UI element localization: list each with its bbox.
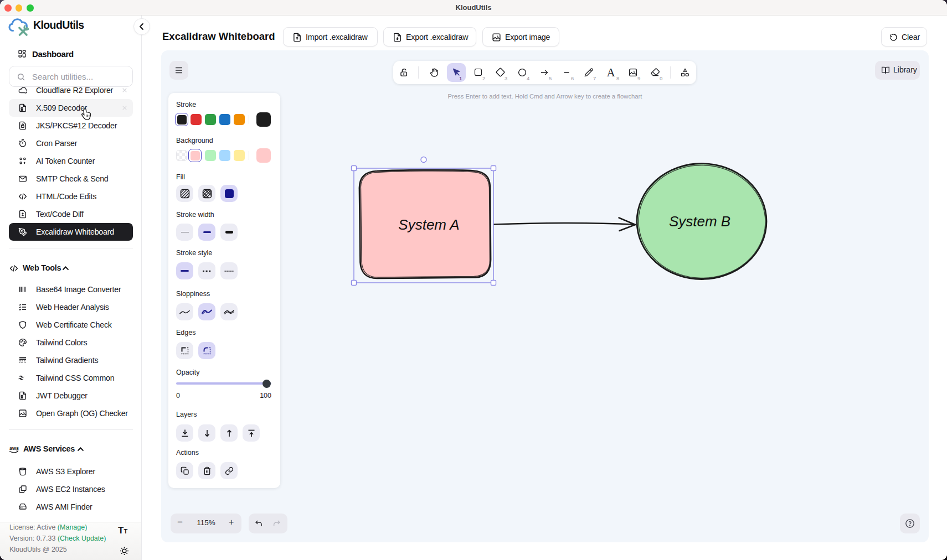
svg-text:System B: System B — [669, 213, 730, 230]
svg-text:aws: aws — [9, 445, 19, 451]
svg-text:System A: System A — [398, 216, 459, 233]
